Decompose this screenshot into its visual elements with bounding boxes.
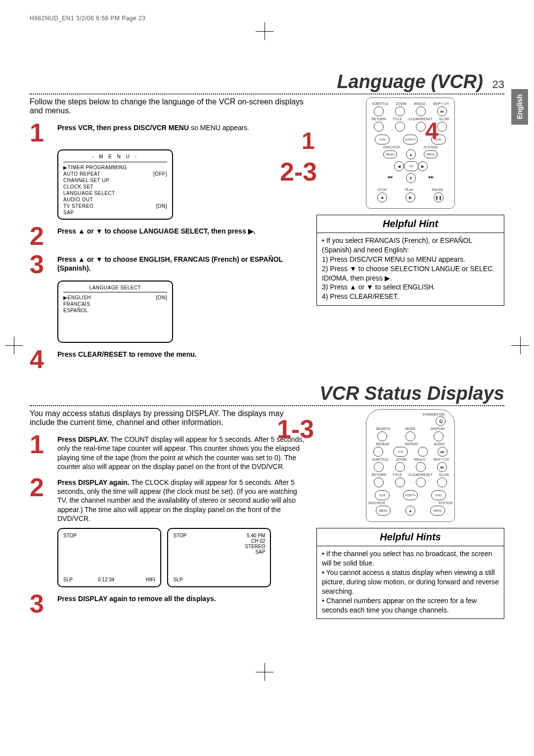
remote-button: [373, 447, 383, 457]
s2-step1-number: 1: [30, 433, 57, 471]
helpful-hints-box: Helpful Hints • If the channel you selec…: [316, 528, 504, 619]
menu-button: MENU: [376, 506, 391, 516]
menu-item: LANGUAGE SELECT: [63, 190, 115, 196]
remote-label: ZOOM: [396, 102, 406, 105]
crop-mark: [520, 336, 521, 354]
ab-button: A-B: [393, 447, 408, 457]
remote-label: AUDIO: [434, 442, 445, 446]
remote-label: SYSTEM: [423, 145, 438, 149]
hint-line: • You cannot access a status display whe…: [322, 568, 499, 596]
status-display-clock: STOP 5:40 PM CH 02 STEREO SAP SLP: [167, 528, 271, 587]
remote-button: [374, 122, 384, 132]
remote-button: [416, 462, 426, 472]
remote-label: ANGLE: [414, 102, 426, 105]
remote-button: [377, 431, 387, 441]
status-hifi: HIFI: [146, 577, 155, 582]
remote-label: RETURN: [372, 473, 386, 476]
menu-item: ▶ENGLISH: [63, 294, 91, 301]
remote-label: PLAY: [405, 188, 413, 191]
remote-label: ANGLE: [414, 458, 426, 461]
remote-label: DISC/VCR: [368, 501, 385, 505]
menu-item: ESPAÑOL: [63, 307, 88, 314]
remote-label: TITLE: [393, 473, 402, 476]
step1-number: 1: [30, 121, 57, 144]
remote-label: SUBTITLE: [372, 102, 389, 105]
s2-step1-bold: Press DISPLAY.: [57, 435, 109, 443]
remote-button: [395, 122, 405, 132]
hint-line: • If you select FRANCAIS (French), or ES…: [322, 236, 499, 255]
step4-bold: Press CLEAR/RESET to remove the menu.: [57, 350, 197, 358]
stop-icon: ■: [377, 192, 387, 202]
menu-button: MENU: [430, 506, 445, 516]
hint-line: 3) Press ▲ or ▼ to select ENGLISH.: [322, 283, 499, 292]
section1-title-text: Language (VCR): [337, 71, 483, 92]
pause-icon: ❚❚: [434, 192, 444, 202]
left-icon: ◀: [394, 161, 404, 171]
remote-button: [434, 431, 444, 441]
remote-label: RETURN: [372, 117, 386, 121]
section2-title-text: VCR Status Displays: [319, 383, 504, 404]
remote-label: SKIP / CH: [433, 102, 449, 105]
right-icon: ▶: [418, 161, 428, 171]
crop-mark: [256, 672, 273, 672]
s2-step3-bold: Press DISPLAY again to remove all the di…: [57, 595, 216, 603]
lang-menu-title: LANGUAGE SELECT: [63, 284, 167, 291]
menu-item: FRANCAIS: [63, 301, 90, 307]
menu-item: ▶TIMER PROGRAMMING: [63, 164, 127, 171]
section2-title: VCR Status Displays: [30, 383, 504, 406]
menu-item: CLOCK SET: [63, 184, 93, 190]
remote-label: SEARCH: [376, 427, 390, 430]
ok-button: OK: [404, 161, 419, 171]
remote-label: ZOOM: [396, 458, 406, 461]
step2-number: 2: [30, 225, 57, 248]
remote-label: STOP: [377, 188, 387, 191]
hints-title: Helpful Hints: [317, 528, 504, 546]
rewind-icon: ◀◀: [387, 175, 392, 179]
remote-button: [395, 477, 405, 487]
step2-bold: Press ▲ or ▼ to choose LANGUAGE SELECT, …: [57, 227, 255, 235]
hint-line: • If the channel you select has no broad…: [322, 549, 499, 568]
remote-button: [418, 447, 428, 457]
menu-item: TV STEREO: [63, 203, 93, 209]
remote-button: [374, 462, 384, 472]
section2-intro: You may access status displays by pressi…: [30, 409, 287, 427]
remote-label: SYSTEM: [438, 501, 452, 505]
vcrtv-button: VCR/TV: [403, 135, 418, 144]
s2-step2-bold: Press DISPLAY again.: [57, 478, 130, 486]
status-stop: STOP: [63, 533, 77, 538]
remote-button: [395, 106, 405, 116]
down-icon: ▼: [406, 173, 416, 183]
menu-val: [ON]: [156, 203, 167, 209]
remote-label: SLOW: [439, 117, 449, 121]
hint-line: • Channel numbers appear on the screen f…: [322, 596, 499, 615]
remote-label: PAUSE: [432, 188, 443, 191]
remote-label: TITLE: [393, 117, 402, 121]
print-header: H982NUD_EN1 3/2/06 6:56 PM Page 23: [30, 15, 504, 22]
remote-label: REPEAT: [405, 442, 419, 446]
page-number: 23: [492, 78, 504, 91]
helpful-hint-box: Helpful Hint • If you select FRANCAIS (F…: [316, 215, 504, 306]
remote-label: MODE: [405, 427, 416, 430]
menu-button: MENU: [383, 150, 397, 158]
remote-button: [416, 477, 426, 487]
step1-bold: Press VCR, then press DISC/VCR MENU: [57, 124, 189, 132]
s2-step2-number: 2: [30, 476, 57, 523]
callout-1: 1: [302, 127, 315, 154]
remote-label: DISC/VCR: [383, 145, 400, 149]
step3-bold: Press ▲ or ▼ to choose ENGLISH, FRANCAIS…: [57, 255, 283, 272]
status-display-count: STOP SLP 0:12:34 HIFI: [57, 528, 161, 587]
skip-back-icon: ⏮: [437, 462, 447, 472]
remote-label: CLEAR/RESET: [408, 473, 433, 476]
remote-diagram-2: STANDBY-ON ⏻ SEARCHMODEDISPLAY REPEATREP…: [366, 409, 455, 522]
crop-mark: [14, 336, 14, 354]
section1-title: Language (VCR) 23: [30, 71, 504, 94]
menu-title: - M E N U -: [63, 153, 167, 160]
power-icon: ⏻: [436, 416, 445, 426]
remote-button: [374, 477, 384, 487]
status-stop: STOP: [173, 533, 186, 538]
section1-intro: Follow the steps below to change the lan…: [30, 97, 307, 115]
status-slp: SLP: [173, 577, 182, 582]
vcr-button: VCR: [375, 135, 390, 144]
up-icon: ▲: [406, 149, 416, 159]
hint-line: 4) Press CLEAR/RESET.: [322, 292, 499, 301]
